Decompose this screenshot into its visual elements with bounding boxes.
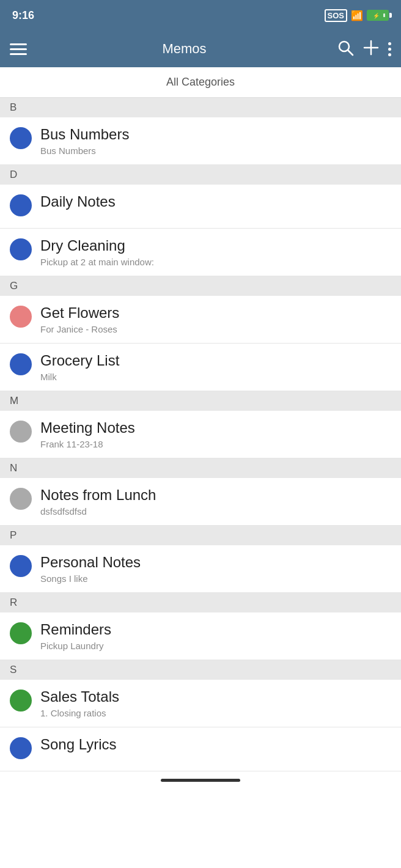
item-title-grocery-list: Grocery List: [40, 352, 119, 369]
dot-bus-numbers: [10, 127, 32, 149]
dot-reminders: [10, 622, 32, 644]
dot-notes-from-lunch: [10, 488, 32, 510]
dot-song-lyrics: [10, 737, 32, 759]
list-item-bus-numbers[interactable]: Bus NumbersBus Numbers: [0, 117, 401, 165]
more-button[interactable]: [388, 42, 391, 56]
status-icons: SOS 📶 ⚡: [325, 9, 389, 22]
svg-line-4: [348, 50, 353, 55]
dot-daily-notes: [10, 194, 32, 216]
item-title-dry-cleaning: Dry Cleaning: [40, 237, 154, 254]
item-subtitle-sales-totals: 1. Closing ratios: [40, 708, 119, 718]
hamburger-menu-icon[interactable]: [10, 43, 32, 55]
list-item-song-lyrics[interactable]: Song Lyrics: [0, 727, 401, 771]
item-title-sales-totals: Sales Totals: [40, 688, 119, 705]
section-header-g: G: [0, 276, 401, 296]
list-item-grocery-list[interactable]: Grocery ListMilk: [0, 344, 401, 391]
app-bar-actions: [337, 39, 391, 59]
battery-icon: ⚡: [367, 10, 389, 21]
svg-text:⚡: ⚡: [373, 12, 380, 20]
item-subtitle-notes-from-lunch: dsfsdfsdfsd: [40, 506, 156, 517]
list-item-personal-notes[interactable]: Personal NotesSongs I like: [0, 545, 401, 593]
bottom-bar: [0, 771, 401, 787]
item-title-daily-notes: Daily Notes: [40, 193, 116, 210]
status-bar: 9:16 SOS 📶 ⚡: [0, 0, 401, 31]
item-title-notes-from-lunch: Notes from Lunch: [40, 487, 156, 504]
item-subtitle-personal-notes: Songs I like: [40, 573, 141, 584]
item-subtitle-reminders: Pickup Laundry: [40, 641, 111, 651]
dot-get-flowers: [10, 306, 32, 328]
item-subtitle-meeting-notes: Frank 11-23-18: [40, 439, 135, 449]
item-subtitle-bus-numbers: Bus Numbers: [40, 145, 129, 156]
section-header-n: N: [0, 458, 401, 478]
wifi-icon: 📶: [351, 10, 363, 21]
item-subtitle-grocery-list: Milk: [40, 372, 119, 382]
dot-personal-notes: [10, 555, 32, 577]
item-title-meeting-notes: Meeting Notes: [40, 419, 135, 436]
item-title-reminders: Reminders: [40, 621, 111, 638]
dot-dry-cleaning: [10, 238, 32, 260]
item-title-get-flowers: Get Flowers: [40, 304, 119, 322]
item-subtitle-get-flowers: For Janice - Roses: [40, 324, 119, 334]
list-item-get-flowers[interactable]: Get FlowersFor Janice - Roses: [0, 296, 401, 344]
list-item-sales-totals[interactable]: Sales Totals1. Closing ratios: [0, 680, 401, 727]
item-title-bus-numbers: Bus Numbers: [40, 126, 129, 143]
add-button[interactable]: [362, 39, 380, 59]
app-title: Memos: [32, 41, 337, 57]
list-item-daily-notes[interactable]: Daily Notes: [0, 185, 401, 229]
categories-list: BBus NumbersBus NumbersDDaily NotesDry C…: [0, 98, 401, 771]
section-header-b: B: [0, 98, 401, 117]
item-title-personal-notes: Personal Notes: [40, 554, 141, 571]
section-header-p: P: [0, 526, 401, 545]
list-item-reminders[interactable]: RemindersPickup Laundry: [0, 612, 401, 660]
list-item-dry-cleaning[interactable]: Dry CleaningPickup at 2 at main window:: [0, 229, 401, 276]
sos-badge: SOS: [325, 9, 347, 22]
dot-grocery-list: [10, 353, 32, 375]
status-time: 9:16: [12, 9, 34, 22]
section-header-r: R: [0, 593, 401, 612]
section-header-d: D: [0, 165, 401, 185]
list-item-meeting-notes[interactable]: Meeting NotesFrank 11-23-18: [0, 411, 401, 458]
section-header-m: M: [0, 391, 401, 411]
section-header-s: S: [0, 660, 401, 680]
item-title-song-lyrics: Song Lyrics: [40, 736, 117, 753]
svg-rect-1: [383, 13, 385, 17]
search-button[interactable]: [337, 39, 354, 59]
dot-sales-totals: [10, 690, 32, 712]
dot-meeting-notes: [10, 421, 32, 443]
home-indicator: [161, 779, 240, 782]
item-subtitle-dry-cleaning: Pickup at 2 at main window:: [40, 257, 154, 267]
list-item-notes-from-lunch[interactable]: Notes from Lunchdsfsdfsdfsd: [0, 478, 401, 526]
all-categories-label: All Categories: [0, 67, 401, 98]
app-bar: Memos: [0, 31, 401, 67]
